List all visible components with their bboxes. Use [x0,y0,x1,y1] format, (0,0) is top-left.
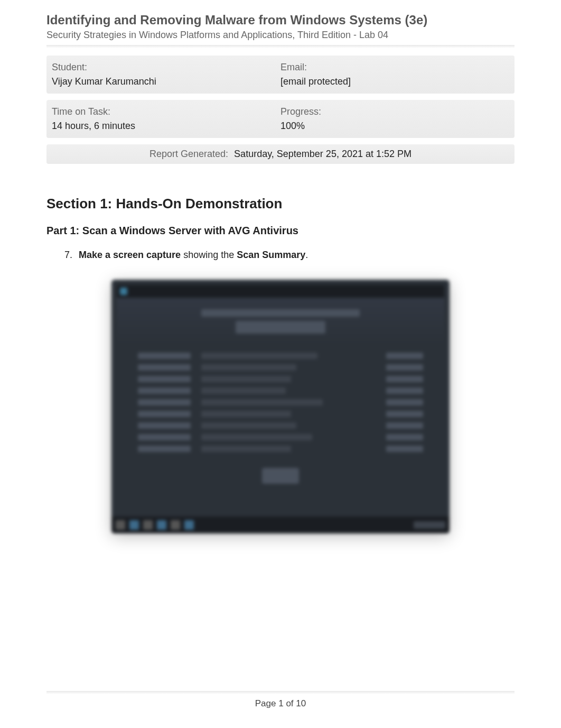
document-title: Identifying and Removing Malware from Wi… [46,13,515,27]
report-generated-box: Report Generated: Saturday, September 25… [46,144,515,164]
step-bold2: Scan Summary [237,250,305,260]
email-value: [email protected] [280,76,509,87]
student-value: Vijay Kumar Karumanchi [52,76,280,87]
document-subtitle: Security Strategies in Windows Platforms… [46,30,515,41]
step-end: . [305,250,308,260]
time-label: Time on Task: [52,106,280,117]
student-label: Student: [52,62,280,73]
footer-divider [46,691,515,694]
report-value: Saturday, September 25, 2021 at 1:52 PM [234,149,412,159]
section-heading: Section 1: Hands-On Demonstration [46,196,515,212]
progress-label: Progress: [280,106,509,117]
divider [46,45,515,48]
step-number: 7. [64,250,76,261]
part-heading: Part 1: Scan a Windows Server with AVG A… [46,225,515,237]
email-label: Email: [280,62,509,73]
task-info-box: Time on Task: 14 hours, 6 minutes Progre… [46,100,515,138]
page-number: Page 1 of 10 [0,698,561,709]
screenshot-image [111,280,450,533]
step-mid: showing the [181,250,237,260]
progress-value: 100% [280,121,509,132]
time-value: 14 hours, 6 minutes [52,121,280,132]
step-instruction: 7. Make a screen capture showing the Sca… [46,250,515,261]
step-bold1: Make a screen capture [79,250,181,260]
report-label: Report Generated: [149,149,228,159]
student-info-box: Student: Vijay Kumar Karumanchi Email: [… [46,56,515,94]
